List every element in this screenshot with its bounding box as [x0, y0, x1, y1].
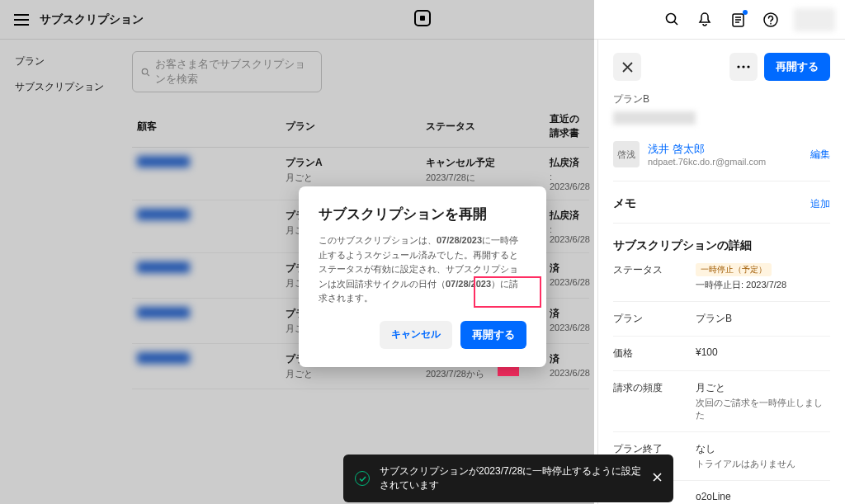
- status-label: ステータス: [613, 263, 696, 291]
- check-icon: [355, 471, 370, 486]
- user-avatar[interactable]: [794, 8, 835, 31]
- clipboard-icon[interactable]: [728, 10, 748, 30]
- status-sub: 一時停止日: 2023/7/28: [696, 280, 786, 290]
- status-pill: 一時停止（予定）: [696, 263, 772, 276]
- details-title: サブスクリプションの詳細: [613, 238, 752, 253]
- help-icon[interactable]: [761, 10, 781, 30]
- freq-val: 月ごと: [696, 382, 725, 393]
- search-icon[interactable]: [662, 10, 682, 30]
- freq-label: 請求の頻度: [613, 381, 696, 422]
- freq-sub: 次回のご請求を一時停止しました: [696, 397, 830, 422]
- end-val: なし: [696, 443, 715, 455]
- memo-title: メモ: [613, 196, 636, 211]
- avatar: 啓浅: [613, 141, 640, 167]
- panel-plan-name: プランB: [613, 92, 830, 106]
- more-button[interactable]: [729, 53, 758, 81]
- toast: サブスクリプションが2023/7/28に一時停止するように設定されています: [343, 455, 673, 502]
- toast-message: サブスクリプションが2023/7/28に一時停止するように設定されています: [380, 464, 643, 492]
- store-val: o2oLine: [696, 491, 830, 504]
- close-panel-button[interactable]: [613, 53, 641, 81]
- trial-sub: トライアルはありません: [696, 458, 830, 470]
- modal-body: このサブスクリプションは、07/28/2023に一時停止するようスケジュール済み…: [319, 233, 526, 306]
- plan-label: プラン: [613, 312, 696, 326]
- svg-point-8: [747, 65, 749, 68]
- svg-point-6: [737, 65, 739, 68]
- resume-button[interactable]: 再開する: [764, 53, 830, 81]
- price-val: ¥100: [696, 346, 830, 360]
- modal-title: サブスクリプションを再開: [319, 205, 526, 224]
- resume-modal: サブスクリプションを再開 このサブスクリプションは、07/28/2023に一時停…: [299, 186, 546, 367]
- customer-name[interactable]: 浅井 啓太郎: [648, 142, 766, 157]
- bell-icon[interactable]: [695, 10, 715, 30]
- modal-confirm-button[interactable]: 再開する: [460, 321, 526, 349]
- add-memo-link[interactable]: 追加: [810, 197, 830, 211]
- price-label: 価格: [613, 346, 696, 360]
- detail-panel: 再開する プランB 啓浅 浅井 啓太郎 ndpaet.76kc.do.r@gma…: [597, 40, 845, 504]
- svg-point-7: [742, 65, 744, 68]
- panel-plan-bar: [613, 111, 696, 125]
- svg-point-2: [666, 14, 675, 23]
- edit-customer-link[interactable]: 編集: [810, 148, 830, 162]
- close-icon[interactable]: [643, 473, 662, 484]
- plan-val: プランB: [696, 312, 830, 326]
- customer-email: ndpaet.76kc.do.r@gmail.com: [648, 157, 766, 167]
- modal-cancel-button[interactable]: キャンセル: [380, 321, 452, 349]
